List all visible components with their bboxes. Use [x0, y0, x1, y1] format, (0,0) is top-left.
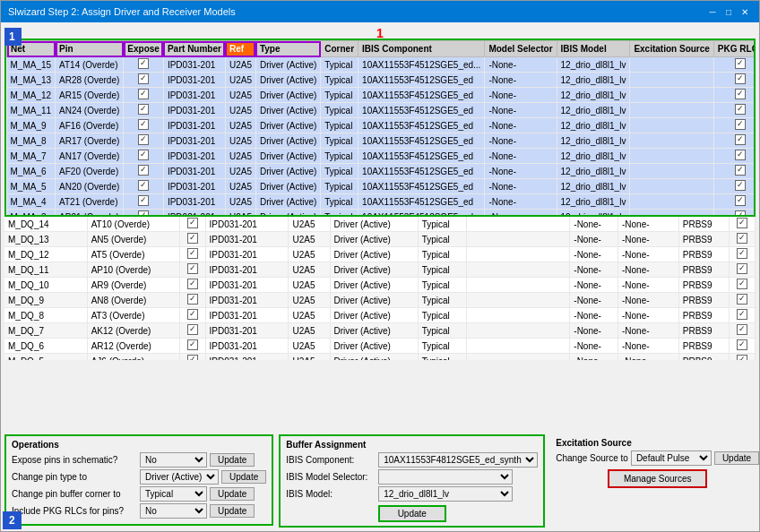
- cell-ref: U2A5: [289, 217, 330, 232]
- exc-source-select[interactable]: Default Pulse: [631, 450, 712, 466]
- buf-select-2[interactable]: [378, 469, 513, 485]
- pkg-rlcs-checkbox[interactable]: [737, 248, 747, 259]
- selected-table-row[interactable]: M_MA_15 AT14 (Overde) IPD031-201 U2A5 Dr…: [7, 57, 755, 73]
- expose-checkbox[interactable]: [138, 104, 149, 115]
- pkg-rlcs-checkbox[interactable]: [737, 324, 747, 335]
- pkg-rlcs-checkbox[interactable]: [735, 104, 746, 115]
- expose-checkbox[interactable]: [138, 73, 149, 84]
- ops-select-3[interactable]: Typical: [140, 486, 207, 502]
- pkg-rlcs-checkbox[interactable]: [735, 150, 746, 160]
- cell-net: M_DQ_10: [4, 278, 87, 293]
- buf-select-3[interactable]: 12_drio_dl8l1_lv: [378, 486, 513, 502]
- pkg-rlcs-checkbox[interactable]: [735, 180, 746, 191]
- expose-checkbox[interactable]: [138, 89, 149, 99]
- normal-table-row[interactable]: M_DQ_6 AR12 (Overde) IPD031-201 U2A5 Dri…: [4, 339, 756, 354]
- cell-excitation-source: [630, 57, 713, 73]
- normal-table-row[interactable]: M_DQ_8 AT3 (Overde) IPD031-201 U2A5 Driv…: [4, 308, 756, 323]
- normal-table-row[interactable]: M_DQ_14 AT10 (Overde) IPD031-201 U2A5 Dr…: [4, 217, 756, 232]
- selected-table-row[interactable]: M_MA_7 AN17 (Overde) IPD031-201 U2A5 Dri…: [7, 149, 755, 164]
- pkg-rlcs-checkbox[interactable]: [735, 58, 746, 69]
- expose-checkbox[interactable]: [138, 150, 149, 160]
- expose-checkbox[interactable]: [138, 58, 149, 69]
- manage-sources-button[interactable]: Manage Sources: [608, 469, 708, 488]
- cell-ibis-model: 12_drio_dl8l1_lv: [557, 118, 630, 133]
- expose-checkbox[interactable]: [138, 210, 149, 215]
- cell-ibis-component: 10AX11553F4512SGE5_ed: [358, 210, 485, 216]
- expose-checkbox[interactable]: [187, 248, 198, 259]
- pkg-rlcs-checkbox[interactable]: [735, 195, 746, 206]
- cell-part-number: IPD031-201: [163, 103, 225, 118]
- selected-table-row[interactable]: M_MA_3 AP21 (Overde) IPD031-201 U2A5 Dri…: [7, 210, 755, 216]
- ops-select-1[interactable]: NoYes: [140, 452, 207, 468]
- pkg-rlcs-checkbox[interactable]: [735, 119, 746, 130]
- normal-table-row[interactable]: M_DQ_9 AN8 (Overde) IPD031-201 U2A5 Driv…: [4, 293, 756, 308]
- selected-table-row[interactable]: M_MA_4 AT21 (Overde) IPD031-201 U2A5 Dri…: [7, 194, 755, 210]
- selected-table-row[interactable]: M_MA_12 AR15 (Overde) IPD031-201 U2A5 Dr…: [7, 88, 755, 103]
- normal-table-row[interactable]: M_DQ_7 AK12 (Overde) IPD031-201 U2A5 Dri…: [4, 323, 756, 339]
- expose-checkbox[interactable]: [187, 279, 198, 289]
- exc-change-row: Change Source to Default Pulse Update: [556, 450, 759, 466]
- normal-table-row[interactable]: M_DQ_12 AT5 (Overde) IPD031-201 U2A5 Dri…: [4, 247, 756, 262]
- pkg-rlcs-checkbox[interactable]: [737, 279, 747, 289]
- ops-update-btn-3[interactable]: Update: [210, 487, 255, 501]
- ops-select-2[interactable]: Driver (Active): [140, 469, 219, 485]
- selected-table-row[interactable]: M_MA_13 AR28 (Overde) IPD031-201 U2A5 Dr…: [7, 73, 755, 88]
- cell-ibis-component: [467, 308, 570, 323]
- expose-checkbox[interactable]: [138, 180, 149, 191]
- cell-corner: Typical: [418, 308, 466, 323]
- selected-table-row[interactable]: M_MA_6 AF20 (Overde) IPD031-201 U2A5 Dri…: [7, 164, 755, 179]
- exc-update-button[interactable]: Update: [714, 451, 759, 465]
- ops-select-4[interactable]: NoYes: [140, 503, 207, 519]
- window-controls: ─ □ ✕: [705, 4, 752, 19]
- pkg-rlcs-checkbox[interactable]: [737, 309, 747, 320]
- close-button[interactable]: ✕: [738, 4, 752, 19]
- expose-checkbox[interactable]: [138, 119, 149, 130]
- pkg-rlcs-checkbox[interactable]: [737, 263, 747, 274]
- expose-checkbox[interactable]: [138, 195, 149, 206]
- selected-table-row[interactable]: M_MA_11 AN24 (Overde) IPD031-201 U2A5 Dr…: [7, 103, 755, 118]
- expose-checkbox[interactable]: [187, 294, 198, 305]
- maximize-button[interactable]: □: [721, 4, 736, 19]
- cell-ibis-component: [467, 232, 570, 247]
- pkg-rlcs-checkbox[interactable]: [737, 218, 747, 228]
- cell-pin: AP10 (Overde): [87, 262, 179, 278]
- expose-checkbox[interactable]: [187, 218, 198, 228]
- minimize-button[interactable]: ─: [705, 4, 720, 19]
- expose-checkbox[interactable]: [187, 233, 198, 244]
- buf-select-1[interactable]: 10AX11553F4812SGE5_ed_synth: [378, 452, 538, 468]
- selected-table-row[interactable]: M_MA_9 AF16 (Overde) IPD031-201 U2A5 Dri…: [7, 118, 755, 133]
- ops-update-btn-1[interactable]: Update: [210, 453, 255, 467]
- cell-ref: U2A5: [289, 262, 330, 278]
- normal-table-row[interactable]: M_DQ_10 AR9 (Overde) IPD031-201 U2A5 Dri…: [4, 278, 756, 293]
- col-model-selector: Model Selector: [485, 41, 557, 57]
- pkg-rlcs-checkbox[interactable]: [737, 355, 747, 360]
- normal-table-row[interactable]: M_DQ_11 AP10 (Overde) IPD031-201 U2A5 Dr…: [4, 262, 756, 278]
- cell-pkg-rlcs: [713, 103, 754, 118]
- ops-update-btn-4[interactable]: Update: [210, 504, 255, 518]
- expose-checkbox[interactable]: [138, 134, 149, 145]
- normal-table-row[interactable]: M_DQ_13 AN5 (Overde) IPD031-201 U2A5 Dri…: [4, 232, 756, 247]
- expose-checkbox[interactable]: [138, 165, 149, 176]
- pkg-rlcs-checkbox[interactable]: [737, 233, 747, 244]
- cell-part-number: IPD031-201: [163, 88, 225, 103]
- pkg-rlcs-checkbox[interactable]: [735, 165, 746, 176]
- ops-update-btn-2[interactable]: Update: [221, 470, 266, 484]
- pkg-rlcs-checkbox[interactable]: [735, 89, 746, 99]
- expose-checkbox[interactable]: [187, 355, 198, 360]
- cell-corner: Typical: [418, 323, 466, 339]
- pkg-rlcs-checkbox[interactable]: [735, 210, 746, 215]
- selected-table-row[interactable]: M_MA_5 AN20 (Overde) IPD031-201 U2A5 Dri…: [7, 179, 755, 194]
- cell-expose: [124, 164, 164, 179]
- expose-checkbox[interactable]: [187, 263, 198, 274]
- pkg-rlcs-checkbox[interactable]: [737, 339, 747, 350]
- pkg-rlcs-checkbox[interactable]: [737, 294, 747, 305]
- expose-checkbox[interactable]: [187, 324, 198, 335]
- normal-table-row[interactable]: M_DQ_5 AJ6 (Overde) IPD031-201 U2A5 Driv…: [4, 354, 756, 361]
- pkg-rlcs-checkbox[interactable]: [735, 73, 746, 84]
- expose-checkbox[interactable]: [187, 309, 198, 320]
- selected-table-row[interactable]: M_MA_8 AR17 (Overde) IPD031-201 U2A5 Dri…: [7, 133, 755, 149]
- cell-type: Driver (Active): [255, 194, 320, 210]
- expose-checkbox[interactable]: [187, 339, 198, 350]
- buf-update-button[interactable]: Update: [378, 505, 446, 522]
- pkg-rlcs-checkbox[interactable]: [735, 134, 746, 145]
